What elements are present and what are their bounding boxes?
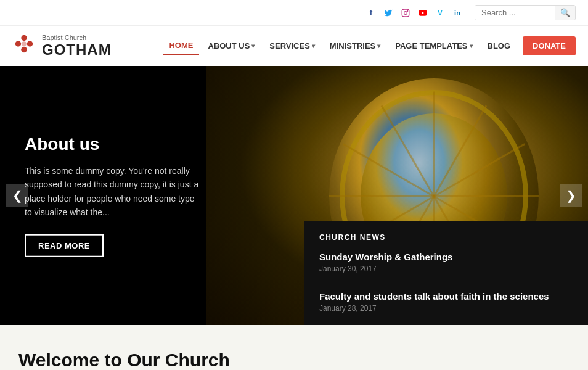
- read-more-button[interactable]: READ MORE: [25, 234, 104, 257]
- svg-point-5: [15, 41, 22, 47]
- main-nav: HOME ABOUT US ▾ SERVICES ▾ MINISTRIES ▾ …: [163, 36, 576, 56]
- search-bar: 🔍: [475, 5, 576, 20]
- svg-point-1: [404, 11, 407, 14]
- news-item-title[interactable]: Faculty and students talk about faith in…: [319, 291, 573, 302]
- chevron-down-icon: ▾: [312, 43, 315, 49]
- welcome-section: Welcome to Our Church This is some dummy…: [0, 325, 588, 370]
- hero-text: This is some dummy copy. You're not real…: [25, 164, 203, 220]
- news-item: Sunday Worship & Gatherings January 30, …: [319, 252, 573, 282]
- hero-content: About us This is some dummy copy. You're…: [25, 134, 203, 257]
- logo: Baptist Church GOTHAM: [12, 32, 112, 60]
- svg-point-6: [27, 41, 33, 47]
- svg-rect-0: [402, 9, 409, 17]
- logo-subtitle: Baptist Church: [42, 34, 112, 41]
- chevron-down-icon: ▾: [251, 43, 255, 49]
- news-item-title[interactable]: Sunday Worship & Gatherings: [319, 252, 573, 262]
- hero-slider: About us This is some dummy copy. You're…: [0, 66, 588, 325]
- facebook-icon[interactable]: f: [365, 7, 377, 19]
- search-input[interactable]: [475, 6, 555, 20]
- chevron-down-icon: ▾: [377, 43, 380, 49]
- nav-ministries[interactable]: MINISTRIES ▾: [324, 38, 386, 54]
- logo-text: Baptist Church GOTHAM: [42, 34, 112, 59]
- nav-blog[interactable]: BLOG: [481, 38, 517, 54]
- nav-home[interactable]: HOME: [163, 37, 199, 55]
- slider-next-button[interactable]: ❯: [560, 184, 582, 207]
- hero-title: About us: [25, 134, 203, 154]
- nav-services[interactable]: SERVICES ▾: [263, 38, 321, 54]
- svg-point-2: [407, 10, 408, 11]
- news-item-date: January 30, 2017: [319, 265, 573, 273]
- logo-title: GOTHAM: [42, 41, 112, 59]
- top-bar: f V in 🔍: [0, 0, 588, 26]
- search-button[interactable]: 🔍: [555, 6, 575, 20]
- welcome-title: Welcome to Our Church: [18, 350, 570, 370]
- below-fold: Welcome to Our Church This is some dummy…: [0, 325, 588, 370]
- svg-point-4: [21, 35, 27, 41]
- svg-point-7: [21, 47, 27, 53]
- donate-button[interactable]: DONATE: [523, 36, 576, 56]
- svg-point-8: [22, 41, 27, 46]
- vimeo-icon[interactable]: V: [434, 7, 446, 19]
- church-news-label: CHURCH NEWS: [319, 233, 573, 242]
- header: Baptist Church GOTHAM HOME ABOUT US ▾ SE…: [0, 26, 588, 66]
- twitter-icon[interactable]: [382, 7, 394, 19]
- news-item-date: January 28, 2017: [319, 304, 573, 313]
- nav-page-templates[interactable]: PAGE TEMPLATES ▾: [389, 38, 478, 54]
- linkedin-icon[interactable]: in: [451, 7, 463, 19]
- logo-icon: [12, 32, 36, 60]
- social-icons: f V in: [365, 7, 463, 19]
- nav-about[interactable]: ABOUT US ▾: [202, 38, 261, 54]
- chevron-down-icon: ▾: [470, 43, 473, 49]
- instagram-icon[interactable]: [399, 7, 412, 19]
- church-news-panel: CHURCH NEWS Sunday Worship & Gatherings …: [304, 221, 588, 325]
- youtube-icon[interactable]: [417, 7, 429, 19]
- news-item: Faculty and students talk about faith in…: [319, 291, 573, 313]
- slider-prev-button[interactable]: ❮: [6, 184, 28, 207]
